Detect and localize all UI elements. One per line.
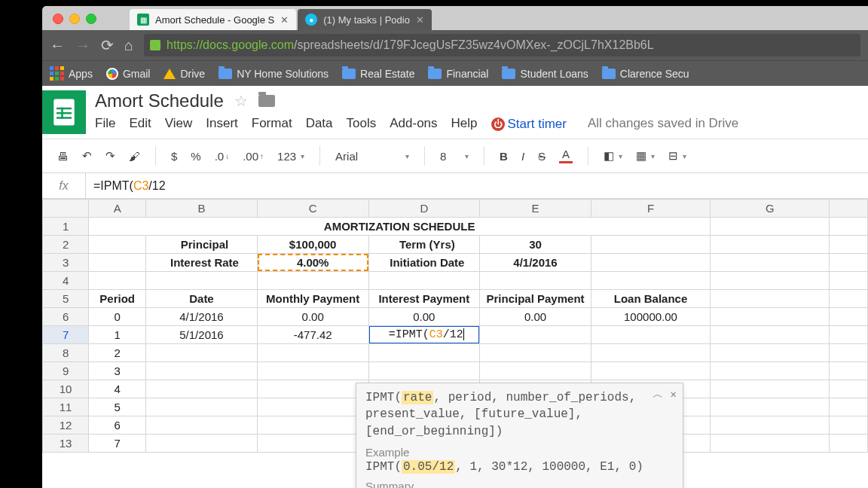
reload-icon[interactable]: ⟳ — [101, 36, 114, 54]
menu-data[interactable]: Data — [306, 116, 333, 131]
cell[interactable] — [830, 380, 868, 398]
col-header-c[interactable]: C — [257, 200, 368, 218]
move-folder-icon[interactable] — [258, 95, 275, 107]
cell[interactable] — [89, 236, 146, 254]
undo-icon[interactable]: ↶ — [78, 146, 96, 166]
bookmark-real-estate[interactable]: Real Estate — [342, 68, 414, 80]
cell[interactable] — [89, 254, 146, 272]
cell[interactable] — [257, 380, 368, 398]
start-timer-link[interactable]: ⏻ Start timer — [491, 117, 567, 132]
menu-view[interactable]: View — [165, 116, 193, 131]
fill-color-button[interactable]: ◧▾ — [599, 146, 627, 166]
cell[interactable] — [591, 236, 710, 254]
cell[interactable] — [257, 398, 368, 416]
cell[interactable] — [591, 272, 710, 290]
bookmark-student-loans[interactable]: Student Loans — [502, 68, 588, 80]
cell[interactable]: 0.00 — [480, 308, 591, 326]
cell[interactable]: 4/1/2016 — [480, 254, 591, 272]
cell[interactable]: 0.00 — [368, 308, 480, 326]
cell[interactable]: $100,000 — [257, 236, 368, 254]
close-window-icon[interactable] — [53, 14, 63, 24]
cell[interactable] — [368, 362, 480, 380]
minimize-window-icon[interactable] — [69, 14, 80, 24]
row-header[interactable]: 7 — [43, 326, 89, 344]
cell[interactable] — [830, 290, 868, 308]
text-color-button[interactable]: A — [555, 145, 577, 166]
redo-icon[interactable]: ↷ — [101, 146, 120, 166]
print-icon[interactable]: 🖶 — [53, 147, 73, 166]
more-formats-button[interactable]: 123▾ — [273, 147, 309, 166]
col-header-b[interactable]: B — [146, 200, 258, 218]
back-icon[interactable]: ← — [50, 37, 65, 54]
row-header[interactable]: 11 — [43, 398, 89, 416]
font-size-select[interactable]: 8▾ — [436, 147, 473, 166]
cell[interactable] — [711, 308, 830, 326]
menu-format[interactable]: Format — [252, 116, 292, 131]
tab-amort-schedule[interactable]: ▦ Amort Schedule - Google S ✕ — [130, 9, 296, 30]
cell[interactable]: Initiation Date — [368, 254, 480, 272]
italic-button[interactable]: I — [517, 147, 529, 166]
bold-button[interactable]: B — [495, 147, 512, 166]
row-header[interactable]: 3 — [43, 254, 89, 272]
cell[interactable]: 30 — [480, 236, 591, 254]
cell[interactable] — [257, 272, 368, 290]
cell[interactable]: Term (Yrs) — [368, 236, 480, 254]
formula-input[interactable]: =IPMT(C3/12 — [86, 179, 868, 193]
apps-shortcut[interactable]: Apps — [50, 66, 93, 81]
url-input[interactable]: https ://docs.google.com /spreadsheets/d… — [144, 34, 860, 56]
menu-addons[interactable]: Add-ons — [390, 116, 437, 131]
home-icon[interactable]: ⌂ — [124, 37, 133, 54]
row-header[interactable]: 13 — [43, 435, 89, 453]
cell[interactable] — [591, 344, 710, 362]
row-header[interactable]: 5 — [43, 290, 89, 308]
cell[interactable] — [830, 416, 868, 435]
cell[interactable] — [830, 272, 868, 290]
cell[interactable] — [591, 362, 710, 380]
menu-help[interactable]: Help — [451, 116, 478, 131]
select-all-cell[interactable] — [43, 200, 89, 218]
col-header-f[interactable]: F — [591, 200, 710, 218]
cell[interactable]: 7 — [89, 435, 146, 453]
cell[interactable]: Monthly Payment — [257, 290, 368, 308]
cell[interactable]: Loan Balance — [591, 290, 710, 308]
cell[interactable] — [830, 254, 868, 272]
cell[interactable]: 1 — [89, 326, 146, 344]
col-header-e[interactable]: E — [480, 200, 591, 218]
decrease-decimal-button[interactable]: .0↓ — [210, 147, 234, 166]
row-header[interactable]: 1 — [43, 218, 89, 236]
cell[interactable] — [257, 416, 368, 435]
cell-editing[interactable]: =IPMT(C3/12 — [368, 326, 480, 344]
menu-file[interactable]: File — [95, 116, 115, 131]
cell[interactable]: Interest Rate — [146, 254, 258, 272]
cell[interactable] — [711, 362, 830, 380]
cell[interactable] — [830, 362, 868, 380]
cell[interactable] — [480, 326, 591, 344]
bookmark-clarence[interactable]: Clarence Secu — [602, 68, 689, 80]
cell[interactable]: 6 — [89, 416, 146, 435]
row-header[interactable]: 2 — [43, 236, 89, 254]
cell[interactable] — [146, 344, 258, 362]
increase-decimal-button[interactable]: .00↑ — [238, 147, 268, 166]
cell[interactable]: 5/1/2016 — [146, 326, 258, 344]
cell[interactable] — [257, 435, 368, 453]
bookmark-gmail[interactable]: Gmail — [106, 68, 151, 80]
cell[interactable] — [711, 435, 830, 453]
cell-referenced[interactable]: 4.00% — [257, 254, 368, 272]
cell[interactable] — [830, 218, 868, 236]
cell[interactable] — [146, 380, 258, 398]
cell[interactable]: Interest Payment — [368, 290, 480, 308]
menu-insert[interactable]: Insert — [206, 116, 238, 131]
cell[interactable]: 4 — [89, 380, 146, 398]
cell[interactable] — [257, 344, 368, 362]
cell[interactable] — [711, 218, 830, 236]
cell[interactable]: Period — [89, 290, 146, 308]
collapse-tooltip-icon[interactable]: ︿ — [653, 388, 663, 401]
cell[interactable] — [480, 344, 591, 362]
cell[interactable] — [480, 272, 591, 290]
cell[interactable] — [368, 344, 480, 362]
row-header[interactable]: 8 — [43, 344, 89, 362]
cell[interactable] — [146, 435, 258, 453]
cell[interactable]: 2 — [89, 344, 146, 362]
cell[interactable]: 100000.00 — [591, 308, 710, 326]
cell[interactable] — [591, 326, 710, 344]
